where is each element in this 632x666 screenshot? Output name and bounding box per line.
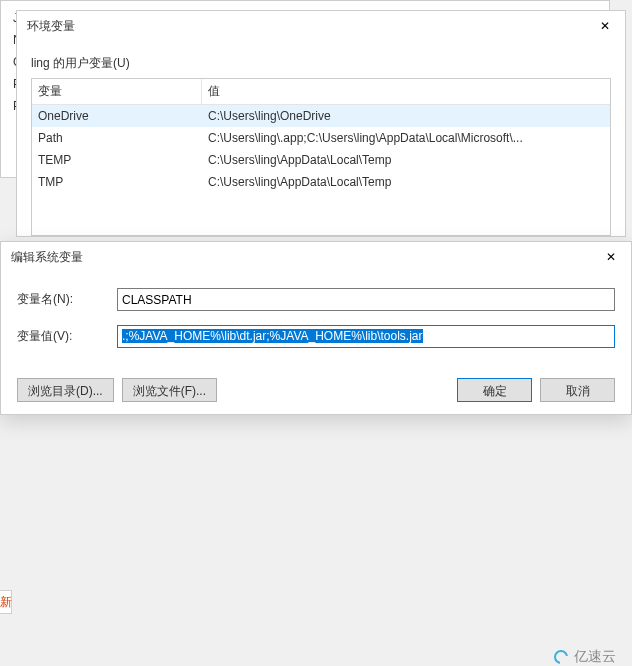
cell-var: Path bbox=[32, 129, 202, 147]
titlebar: 编辑系统变量 ✕ bbox=[1, 242, 631, 272]
header-var[interactable]: 变量 bbox=[32, 79, 202, 104]
cell-val: C:\Users\ling\.app;C:\Users\ling\AppData… bbox=[202, 129, 610, 147]
user-vars-label: ling 的用户变量(U) bbox=[31, 51, 611, 78]
brand-label: 亿速云 bbox=[574, 648, 616, 666]
var-name-input[interactable] bbox=[117, 288, 615, 311]
var-value-label: 变量值(V): bbox=[17, 328, 117, 345]
logo-icon bbox=[554, 650, 568, 664]
table-row[interactable]: OneDrive C:\Users\ling\OneDrive bbox=[32, 105, 610, 127]
env-vars-window: 环境变量 ✕ ling 的用户变量(U) 变量 值 OneDrive C:\Us… bbox=[16, 10, 626, 237]
var-value-input[interactable]: .;%JAVA_HOME%\lib\dt.jar;%JAVA_HOME%\lib… bbox=[117, 325, 615, 348]
titlebar: 环境变量 ✕ bbox=[17, 11, 625, 41]
table-row[interactable]: TEMP C:\Users\ling\AppData\Local\Temp bbox=[32, 149, 610, 171]
window-title: 环境变量 bbox=[27, 18, 75, 35]
sidebar-new-mark[interactable]: 新 bbox=[0, 590, 12, 614]
dialog-title: 编辑系统变量 bbox=[11, 249, 83, 266]
ok-button[interactable]: 确定 bbox=[457, 378, 532, 402]
cell-val: C:\Users\ling\AppData\Local\Temp bbox=[202, 173, 610, 191]
cell-var: TMP bbox=[32, 173, 202, 191]
cancel-button[interactable]: 取消 bbox=[540, 378, 615, 402]
table-row[interactable]: TMP C:\Users\ling\AppData\Local\Temp bbox=[32, 171, 610, 193]
edit-system-var-dialog: 编辑系统变量 ✕ 变量名(N): 变量值(V): .;%JAVA_HOME%\l… bbox=[0, 241, 632, 415]
cell-var: OneDrive bbox=[32, 107, 202, 125]
user-vars-table[interactable]: 变量 值 OneDrive C:\Users\ling\OneDrive Pat… bbox=[31, 78, 611, 236]
table-header: 变量 值 bbox=[32, 79, 610, 105]
cell-var: TEMP bbox=[32, 151, 202, 169]
cell-val: C:\Users\ling\OneDrive bbox=[202, 107, 610, 125]
watermark: 亿速云 bbox=[554, 648, 616, 666]
table-row[interactable]: Path C:\Users\ling\.app;C:\Users\ling\Ap… bbox=[32, 127, 610, 149]
selected-text: .;%JAVA_HOME%\lib\dt.jar;%JAVA_HOME%\lib… bbox=[122, 329, 423, 343]
close-icon[interactable]: ✕ bbox=[591, 242, 631, 272]
cell-val: C:\Users\ling\AppData\Local\Temp bbox=[202, 151, 610, 169]
browse-dir-button[interactable]: 浏览目录(D)... bbox=[17, 378, 114, 402]
header-val[interactable]: 值 bbox=[202, 79, 610, 104]
browse-file-button[interactable]: 浏览文件(F)... bbox=[122, 378, 217, 402]
close-icon[interactable]: ✕ bbox=[585, 11, 625, 41]
var-name-label: 变量名(N): bbox=[17, 291, 117, 308]
